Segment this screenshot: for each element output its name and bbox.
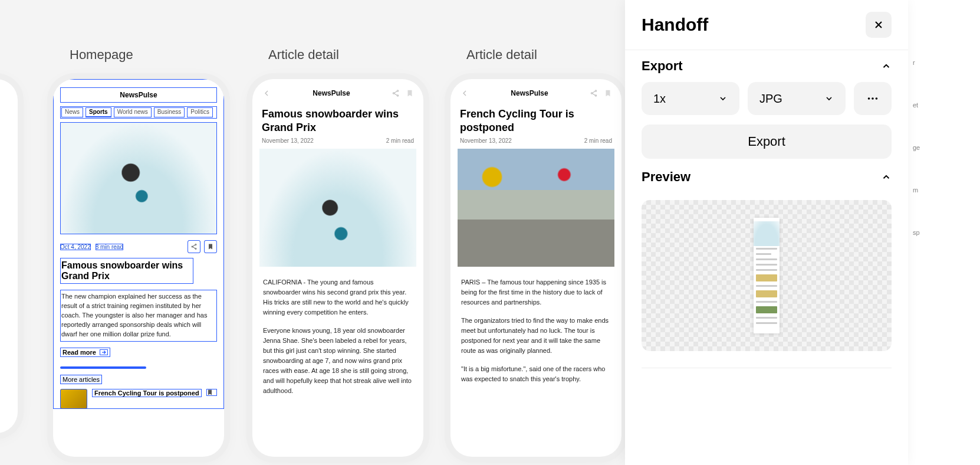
category-tabs[interactable]: News Sports World news Business Politics: [60, 106, 217, 119]
article-date: November 13, 2022: [460, 137, 512, 144]
chevron-down-icon: [824, 94, 834, 103]
app-title: NewsPulse: [511, 89, 548, 97]
handoff-panel: Handoff Export 1x JPG: [625, 0, 908, 465]
article-body: PARIS – The famous tour happening since …: [458, 267, 614, 384]
partial-onboarding-frame: skip: [0, 79, 18, 433]
share-icon[interactable]: [590, 89, 598, 97]
more-horizontal-icon: [866, 92, 879, 105]
share-icon[interactable]: [188, 240, 200, 253]
back-icon[interactable]: [262, 89, 271, 98]
bookmark-icon[interactable]: [604, 89, 612, 97]
article-top-bar: NewsPulse: [259, 85, 416, 101]
article-paragraph: CALIFORNIA - The young and famous snowbo…: [263, 277, 413, 317]
chevron-up-icon[interactable]: [881, 172, 892, 182]
export-more-button[interactable]: [854, 82, 892, 115]
export-section: Export 1x JPG Export: [625, 50, 908, 161]
peek-text: sp: [908, 211, 980, 254]
more-articles-label: More articles: [60, 375, 102, 384]
card-title: Famous snowboarder wins Grand Prix: [60, 258, 193, 284]
export-format-dropdown[interactable]: JPG: [748, 82, 846, 115]
article-title: Famous snowboarder wins Grand Prix: [259, 101, 416, 137]
svg-point-7: [591, 93, 592, 94]
tab-politics[interactable]: Politics: [187, 107, 213, 117]
svg-point-4: [393, 93, 394, 94]
peek-text: r: [908, 41, 980, 84]
chevron-down-icon: [718, 94, 728, 103]
peek-text: et: [908, 84, 980, 126]
tab-business[interactable]: Business: [154, 107, 185, 117]
frame-label-homepage[interactable]: Homepage: [70, 47, 133, 63]
export-scale-value: 1x: [653, 92, 666, 106]
app-title: NewsPulse: [313, 89, 350, 97]
read-more-link[interactable]: Read more: [60, 348, 110, 357]
preview-thumbnail-container: [642, 200, 892, 351]
tab-news[interactable]: News: [61, 107, 83, 117]
export-section-label: Export: [642, 58, 683, 74]
svg-point-10: [872, 97, 874, 100]
article-paragraph: PARIS – The famous tour happening since …: [461, 277, 611, 307]
close-button[interactable]: [866, 12, 892, 38]
svg-point-3: [397, 90, 398, 91]
arrow-right-icon: [100, 349, 108, 355]
article-paragraph: Everyone knows young, 18 year old snowbo…: [263, 326, 413, 396]
export-format-value: JPG: [759, 92, 782, 106]
bookmark-icon[interactable]: [206, 389, 217, 396]
article-title: French Cycling Tour is postponed: [458, 101, 614, 137]
svg-point-6: [595, 90, 596, 91]
peek-text: m: [908, 169, 980, 211]
export-scale-dropdown[interactable]: 1x: [642, 82, 739, 115]
hero-image-snowboarder: [60, 122, 217, 234]
article-read-time: 2 min read: [584, 137, 612, 144]
article-top-bar: NewsPulse: [458, 85, 614, 101]
svg-point-5: [397, 95, 398, 96]
preview-section: Preview: [625, 161, 908, 195]
svg-point-9: [868, 97, 870, 100]
article-hero-image-cycling: [458, 149, 614, 267]
more-article-title[interactable]: French Cycling Tour is postponed: [92, 389, 202, 397]
svg-point-11: [876, 97, 878, 100]
article-paragraph: The organizators tried to find the way t…: [461, 316, 611, 356]
frame-homepage[interactable]: NewsPulse News Sports World news Busines…: [53, 79, 224, 457]
read-more-label: Read more: [63, 349, 96, 356]
svg-point-1: [192, 246, 193, 247]
secondary-panel-peek: r et ge m sp: [908, 0, 980, 465]
close-icon: [873, 19, 884, 31]
preview-section-label: Preview: [642, 169, 690, 185]
frame-label-article-1[interactable]: Article detail: [268, 47, 339, 63]
skip-link: skip: [0, 125, 9, 132]
chevron-up-icon[interactable]: [881, 61, 892, 71]
svg-point-2: [195, 248, 196, 250]
design-canvas[interactable]: skip Homepage Article detail Article det…: [0, 0, 625, 465]
panel-title: Handoff: [642, 15, 708, 35]
article-body: CALIFORNIA - The young and famous snowbo…: [259, 267, 416, 397]
article-paragraph: "It is a big misfortune.", said one of t…: [461, 364, 611, 384]
app-title: NewsPulse: [60, 87, 217, 103]
article-read-time: 2 min read: [386, 137, 414, 144]
tab-world-news[interactable]: World news: [114, 107, 152, 117]
export-button[interactable]: Export: [642, 125, 892, 159]
frame-article-snowboarder[interactable]: NewsPulse Famous snowboarder wins Grand …: [252, 79, 423, 457]
article-hero-image: [259, 149, 416, 267]
article-read-time: 8 min read: [96, 244, 123, 250]
peek-text: ge: [908, 126, 980, 169]
export-button-label: Export: [748, 134, 785, 149]
frame-article-cycling[interactable]: NewsPulse French Cycling Tour is postpon…: [450, 79, 621, 457]
preview-thumbnail: [754, 218, 780, 333]
svg-point-0: [195, 244, 196, 245]
section-divider: [60, 366, 146, 369]
card-excerpt: The new champion explained her success a…: [60, 290, 217, 342]
more-article-thumb: [60, 389, 87, 409]
tab-sports[interactable]: Sports: [85, 107, 111, 117]
bookmark-icon[interactable]: [204, 240, 217, 253]
bookmark-icon[interactable]: [406, 89, 414, 97]
frame-label-article-2[interactable]: Article detail: [466, 47, 537, 63]
svg-point-8: [595, 95, 596, 96]
article-date: Oct 4, 2022: [60, 244, 91, 250]
back-icon[interactable]: [460, 89, 469, 98]
share-icon[interactable]: [392, 89, 400, 97]
article-date: November 13, 2022: [262, 137, 314, 144]
